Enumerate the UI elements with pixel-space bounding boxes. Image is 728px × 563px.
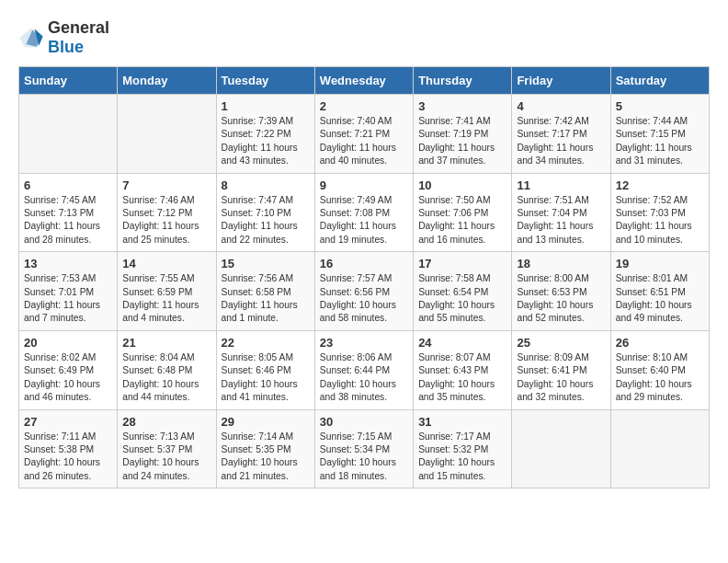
day-info: Sunrise: 7:57 AM Sunset: 6:56 PM Dayligh… [320,272,408,326]
day-number: 3 [418,99,506,113]
day-number: 18 [517,257,605,270]
day-number: 28 [122,415,210,429]
day-info: Sunrise: 7:47 AM Sunset: 7:10 PM Dayligh… [222,194,310,247]
day-info: Sunrise: 8:09 AM Sunset: 6:41 PM Dayligh… [517,351,605,405]
day-number: 29 [222,415,310,429]
day-cell: 21Sunrise: 8:04 AM Sunset: 6:48 PM Dayli… [118,330,216,409]
day-info: Sunrise: 7:17 AM Sunset: 5:32 PM Dayligh… [418,431,506,484]
day-number: 4 [517,99,605,113]
day-cell: 18Sunrise: 8:00 AM Sunset: 6:53 PM Dayli… [512,252,610,331]
column-header-friday: Friday [512,67,610,95]
day-number: 30 [320,415,408,429]
day-info: Sunrise: 8:00 AM Sunset: 6:53 PM Dayligh… [517,272,605,326]
day-info: Sunrise: 7:58 AM Sunset: 6:54 PM Dayligh… [418,272,506,326]
day-number: 12 [616,178,704,192]
week-row-3: 13Sunrise: 7:53 AM Sunset: 7:01 PM Dayli… [19,252,710,331]
day-info: Sunrise: 7:50 AM Sunset: 7:06 PM Dayligh… [418,194,506,247]
day-info: Sunrise: 7:45 AM Sunset: 7:13 PM Dayligh… [24,194,112,247]
day-cell: 15Sunrise: 7:56 AM Sunset: 6:58 PM Dayli… [216,252,314,331]
day-number: 19 [616,257,704,270]
logo-blue-text: Blue [48,38,84,56]
calendar-header-row: SundayMondayTuesdayWednesdayThursdayFrid… [19,67,710,95]
day-number: 22 [222,336,310,350]
day-cell: 31Sunrise: 7:17 AM Sunset: 5:32 PM Dayli… [414,409,512,488]
day-info: Sunrise: 7:15 AM Sunset: 5:34 PM Dayligh… [320,431,408,484]
day-cell: 3Sunrise: 7:41 AM Sunset: 7:19 PM Daylig… [414,95,512,174]
day-info: Sunrise: 7:11 AM Sunset: 5:38 PM Dayligh… [24,431,112,484]
day-info: Sunrise: 7:44 AM Sunset: 7:15 PM Dayligh… [616,115,704,168]
day-info: Sunrise: 7:41 AM Sunset: 7:19 PM Dayligh… [418,115,506,168]
day-cell: 29Sunrise: 7:14 AM Sunset: 5:35 PM Dayli… [216,409,314,488]
day-number: 27 [24,415,112,429]
day-number: 20 [24,336,112,350]
day-info: Sunrise: 7:46 AM Sunset: 7:12 PM Dayligh… [122,194,210,247]
day-number: 31 [418,415,506,429]
week-row-1: 1Sunrise: 7:39 AM Sunset: 7:22 PM Daylig… [19,95,710,174]
column-header-wednesday: Wednesday [314,67,413,95]
day-cell: 20Sunrise: 8:02 AM Sunset: 6:49 PM Dayli… [19,330,118,409]
column-header-monday: Monday [118,67,216,95]
day-cell: 28Sunrise: 7:13 AM Sunset: 5:37 PM Dayli… [118,409,216,488]
page-header: General Blue [18,18,710,57]
day-info: Sunrise: 7:56 AM Sunset: 6:58 PM Dayligh… [222,272,310,326]
day-number: 24 [418,336,506,350]
day-number: 11 [517,178,605,192]
day-cell: 12Sunrise: 7:52 AM Sunset: 7:03 PM Dayli… [610,173,709,252]
column-header-sunday: Sunday [19,67,118,95]
day-cell [610,409,709,488]
day-cell: 23Sunrise: 8:06 AM Sunset: 6:44 PM Dayli… [314,330,413,409]
day-info: Sunrise: 7:55 AM Sunset: 6:59 PM Dayligh… [122,272,210,326]
day-cell: 25Sunrise: 8:09 AM Sunset: 6:41 PM Dayli… [512,330,610,409]
day-cell: 9Sunrise: 7:49 AM Sunset: 7:08 PM Daylig… [314,173,413,252]
day-number: 21 [122,336,210,350]
day-cell: 13Sunrise: 7:53 AM Sunset: 7:01 PM Dayli… [19,252,118,331]
day-info: Sunrise: 7:39 AM Sunset: 7:22 PM Dayligh… [222,115,310,168]
column-header-tuesday: Tuesday [216,67,314,95]
day-number: 14 [122,257,210,270]
day-number: 17 [418,257,506,270]
day-info: Sunrise: 7:49 AM Sunset: 7:08 PM Dayligh… [320,194,408,247]
day-info: Sunrise: 7:53 AM Sunset: 7:01 PM Dayligh… [24,272,112,326]
day-cell: 22Sunrise: 8:05 AM Sunset: 6:46 PM Dayli… [216,330,314,409]
day-cell: 17Sunrise: 7:58 AM Sunset: 6:54 PM Dayli… [414,252,512,331]
day-number: 25 [517,336,605,350]
day-cell: 16Sunrise: 7:57 AM Sunset: 6:56 PM Dayli… [314,252,413,331]
day-number: 9 [320,178,408,192]
week-row-5: 27Sunrise: 7:11 AM Sunset: 5:38 PM Dayli… [19,409,710,488]
day-info: Sunrise: 8:01 AM Sunset: 6:51 PM Dayligh… [616,272,704,326]
day-info: Sunrise: 8:02 AM Sunset: 6:49 PM Dayligh… [24,351,112,405]
day-info: Sunrise: 7:51 AM Sunset: 7:04 PM Dayligh… [517,194,605,247]
calendar-table: SundayMondayTuesdayWednesdayThursdayFrid… [18,66,710,488]
day-cell: 27Sunrise: 7:11 AM Sunset: 5:38 PM Dayli… [19,409,118,488]
day-number: 2 [320,99,408,113]
day-number: 7 [122,178,210,192]
day-info: Sunrise: 7:13 AM Sunset: 5:37 PM Dayligh… [122,431,210,484]
day-cell: 26Sunrise: 8:10 AM Sunset: 6:40 PM Dayli… [610,330,709,409]
day-cell: 1Sunrise: 7:39 AM Sunset: 7:22 PM Daylig… [216,95,314,174]
day-info: Sunrise: 8:10 AM Sunset: 6:40 PM Dayligh… [616,351,704,405]
day-cell: 11Sunrise: 7:51 AM Sunset: 7:04 PM Dayli… [512,173,610,252]
day-number: 6 [24,178,112,192]
day-info: Sunrise: 7:40 AM Sunset: 7:21 PM Dayligh… [320,115,408,168]
day-number: 1 [222,99,310,113]
day-info: Sunrise: 8:07 AM Sunset: 6:43 PM Dayligh… [418,351,506,405]
day-number: 8 [222,178,310,192]
day-info: Sunrise: 7:42 AM Sunset: 7:17 PM Dayligh… [517,115,605,168]
day-number: 26 [616,336,704,350]
day-cell: 14Sunrise: 7:55 AM Sunset: 6:59 PM Dayli… [118,252,216,331]
day-cell: 24Sunrise: 8:07 AM Sunset: 6:43 PM Dayli… [414,330,512,409]
day-cell [118,95,216,174]
day-info: Sunrise: 8:04 AM Sunset: 6:48 PM Dayligh… [122,351,210,405]
day-cell: 7Sunrise: 7:46 AM Sunset: 7:12 PM Daylig… [118,173,216,252]
day-cell: 2Sunrise: 7:40 AM Sunset: 7:21 PM Daylig… [314,95,413,174]
day-number: 5 [616,99,704,113]
day-cell: 5Sunrise: 7:44 AM Sunset: 7:15 PM Daylig… [610,95,709,174]
day-number: 23 [320,336,408,350]
day-number: 16 [320,257,408,270]
day-info: Sunrise: 7:14 AM Sunset: 5:35 PM Dayligh… [222,431,310,484]
day-info: Sunrise: 8:06 AM Sunset: 6:44 PM Dayligh… [320,351,408,405]
day-cell [19,95,118,174]
logo-general-text: General [48,18,109,37]
day-cell: 6Sunrise: 7:45 AM Sunset: 7:13 PM Daylig… [19,173,118,252]
day-cell [512,409,610,488]
